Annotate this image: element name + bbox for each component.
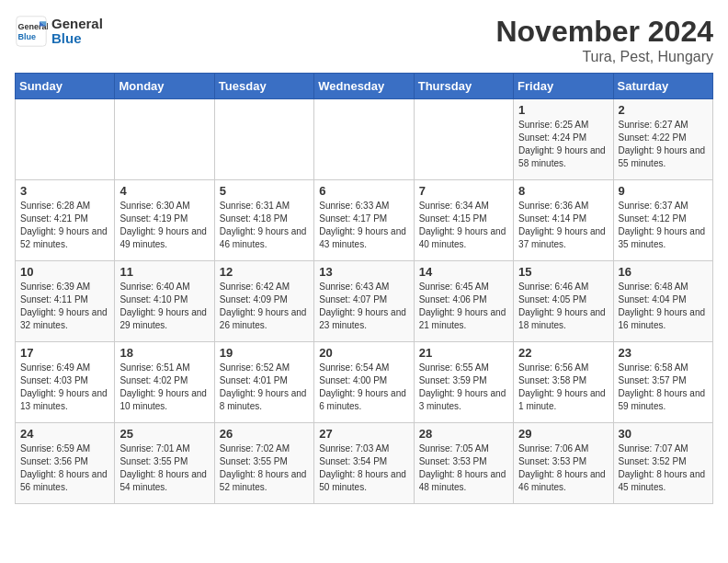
day-info: Sunrise: 6:33 AM Sunset: 4:17 PM Dayligh… — [319, 200, 408, 251]
day-info: Sunrise: 6:31 AM Sunset: 4:18 PM Dayligh… — [220, 200, 309, 251]
logo-blue: Blue — [51, 31, 103, 47]
day-info: Sunrise: 6:46 AM Sunset: 4:05 PM Dayligh… — [518, 281, 608, 332]
day-info: Sunrise: 6:40 AM Sunset: 4:10 PM Dayligh… — [119, 281, 209, 332]
day-info: Sunrise: 6:51 AM Sunset: 4:02 PM Dayligh… — [119, 362, 209, 413]
day-number: 19 — [220, 346, 309, 360]
day-header-monday: Monday — [115, 74, 214, 99]
days-of-week-row: SundayMondayTuesdayWednesdayThursdayFrid… — [16, 74, 713, 99]
day-info: Sunrise: 7:06 AM Sunset: 3:53 PM Dayligh… — [518, 442, 608, 494]
logo-general: General — [51, 17, 103, 32]
calendar-cell: 23Sunrise: 6:58 AM Sunset: 3:57 PM Dayli… — [613, 342, 712, 423]
day-info: Sunrise: 7:02 AM Sunset: 3:55 PM Dayligh… — [220, 442, 309, 494]
day-info: Sunrise: 6:52 AM Sunset: 4:01 PM Dayligh… — [220, 362, 309, 413]
calendar-cell: 16Sunrise: 6:48 AM Sunset: 4:04 PM Dayli… — [613, 261, 712, 342]
logo: General Blue General Blue — [15, 15, 103, 48]
calendar-cell: 27Sunrise: 7:03 AM Sunset: 3:54 PM Dayli… — [314, 423, 414, 504]
day-number: 5 — [220, 184, 309, 198]
calendar-cell — [314, 99, 414, 180]
day-header-friday: Friday — [514, 74, 613, 99]
calendar-cell: 5Sunrise: 6:31 AM Sunset: 4:18 PM Daylig… — [214, 180, 313, 261]
week-row-1: 1Sunrise: 6:25 AM Sunset: 4:24 PM Daylig… — [16, 99, 713, 180]
day-info: Sunrise: 6:58 AM Sunset: 3:57 PM Dayligh… — [619, 362, 708, 413]
calendar-cell: 10Sunrise: 6:39 AM Sunset: 4:11 PM Dayli… — [16, 261, 115, 342]
week-row-3: 10Sunrise: 6:39 AM Sunset: 4:11 PM Dayli… — [16, 261, 713, 342]
calendar-cell: 30Sunrise: 7:07 AM Sunset: 3:52 PM Dayli… — [613, 423, 712, 504]
day-number: 14 — [419, 265, 508, 279]
calendar-cell: 18Sunrise: 6:51 AM Sunset: 4:02 PM Dayli… — [115, 342, 214, 423]
week-row-4: 17Sunrise: 6:49 AM Sunset: 4:03 PM Dayli… — [16, 342, 713, 423]
day-info: Sunrise: 6:37 AM Sunset: 4:12 PM Dayligh… — [619, 200, 708, 251]
day-number: 2 — [619, 103, 708, 117]
day-header-tuesday: Tuesday — [214, 74, 313, 99]
calendar-cell: 26Sunrise: 7:02 AM Sunset: 3:55 PM Dayli… — [214, 423, 313, 504]
day-info: Sunrise: 7:07 AM Sunset: 3:52 PM Dayligh… — [619, 442, 708, 494]
day-info: Sunrise: 6:36 AM Sunset: 4:14 PM Dayligh… — [518, 200, 608, 251]
day-info: Sunrise: 6:59 AM Sunset: 3:56 PM Dayligh… — [20, 442, 109, 494]
calendar-cell: 7Sunrise: 6:34 AM Sunset: 4:15 PM Daylig… — [414, 180, 513, 261]
day-number: 11 — [119, 265, 209, 279]
calendar-cell: 6Sunrise: 6:33 AM Sunset: 4:17 PM Daylig… — [314, 180, 414, 261]
day-number: 6 — [319, 184, 408, 198]
page-header: General Blue General Blue November 2024 … — [15, 15, 713, 65]
day-info: Sunrise: 6:54 AM Sunset: 4:00 PM Dayligh… — [319, 362, 408, 413]
day-number: 23 — [619, 346, 708, 360]
day-info: Sunrise: 6:39 AM Sunset: 4:11 PM Dayligh… — [20, 281, 109, 332]
logo-icon: General Blue — [15, 15, 48, 48]
calendar-cell: 29Sunrise: 7:06 AM Sunset: 3:53 PM Dayli… — [514, 423, 613, 504]
day-header-sunday: Sunday — [16, 74, 115, 99]
day-number: 22 — [518, 346, 608, 360]
calendar-cell: 20Sunrise: 6:54 AM Sunset: 4:00 PM Dayli… — [314, 342, 414, 423]
day-info: Sunrise: 6:43 AM Sunset: 4:07 PM Dayligh… — [319, 281, 408, 332]
svg-text:Blue: Blue — [18, 32, 37, 41]
calendar-table: SundayMondayTuesdayWednesdayThursdayFrid… — [15, 73, 713, 504]
day-info: Sunrise: 6:49 AM Sunset: 4:03 PM Dayligh… — [20, 362, 109, 413]
calendar-cell: 3Sunrise: 6:28 AM Sunset: 4:21 PM Daylig… — [16, 180, 115, 261]
day-number: 21 — [419, 346, 508, 360]
calendar-cell: 8Sunrise: 6:36 AM Sunset: 4:14 PM Daylig… — [514, 180, 613, 261]
day-info: Sunrise: 7:03 AM Sunset: 3:54 PM Dayligh… — [319, 442, 408, 494]
day-number: 27 — [319, 427, 408, 441]
day-info: Sunrise: 6:34 AM Sunset: 4:15 PM Dayligh… — [419, 200, 508, 251]
calendar-header: SundayMondayTuesdayWednesdayThursdayFrid… — [16, 74, 713, 99]
day-info: Sunrise: 6:56 AM Sunset: 3:58 PM Dayligh… — [518, 362, 608, 413]
calendar-cell: 21Sunrise: 6:55 AM Sunset: 3:59 PM Dayli… — [414, 342, 513, 423]
day-number: 29 — [518, 427, 608, 441]
day-number: 13 — [319, 265, 408, 279]
day-info: Sunrise: 6:30 AM Sunset: 4:19 PM Dayligh… — [119, 200, 209, 251]
day-number: 30 — [619, 427, 708, 441]
day-number: 15 — [518, 265, 608, 279]
calendar-cell: 12Sunrise: 6:42 AM Sunset: 4:09 PM Dayli… — [214, 261, 313, 342]
day-number: 4 — [119, 184, 209, 198]
day-number: 7 — [419, 184, 508, 198]
day-number: 3 — [20, 184, 109, 198]
day-info: Sunrise: 7:05 AM Sunset: 3:53 PM Dayligh… — [419, 442, 508, 494]
calendar-cell: 24Sunrise: 6:59 AM Sunset: 3:56 PM Dayli… — [16, 423, 115, 504]
day-number: 10 — [20, 265, 109, 279]
calendar-body: 1Sunrise: 6:25 AM Sunset: 4:24 PM Daylig… — [16, 99, 713, 504]
day-number: 12 — [220, 265, 309, 279]
logo-text-block: General Blue — [51, 17, 103, 47]
calendar-cell: 28Sunrise: 7:05 AM Sunset: 3:53 PM Dayli… — [414, 423, 513, 504]
calendar-cell: 22Sunrise: 6:56 AM Sunset: 3:58 PM Dayli… — [514, 342, 613, 423]
day-info: Sunrise: 6:55 AM Sunset: 3:59 PM Dayligh… — [419, 362, 508, 413]
calendar-cell: 19Sunrise: 6:52 AM Sunset: 4:01 PM Dayli… — [214, 342, 313, 423]
calendar-cell: 13Sunrise: 6:43 AM Sunset: 4:07 PM Dayli… — [314, 261, 414, 342]
day-info: Sunrise: 6:45 AM Sunset: 4:06 PM Dayligh… — [419, 281, 508, 332]
day-number: 24 — [20, 427, 109, 441]
day-info: Sunrise: 6:28 AM Sunset: 4:21 PM Dayligh… — [20, 200, 109, 251]
calendar-cell — [16, 99, 115, 180]
location: Tura, Pest, Hungary — [495, 49, 713, 65]
day-number: 17 — [20, 346, 109, 360]
title-block: November 2024 Tura, Pest, Hungary — [495, 15, 713, 65]
day-number: 25 — [119, 427, 209, 441]
day-info: Sunrise: 7:01 AM Sunset: 3:55 PM Dayligh… — [119, 442, 209, 494]
day-number: 20 — [319, 346, 408, 360]
day-number: 9 — [619, 184, 708, 198]
calendar-cell: 4Sunrise: 6:30 AM Sunset: 4:19 PM Daylig… — [115, 180, 214, 261]
calendar-cell: 14Sunrise: 6:45 AM Sunset: 4:06 PM Dayli… — [414, 261, 513, 342]
calendar-cell: 1Sunrise: 6:25 AM Sunset: 4:24 PM Daylig… — [514, 99, 613, 180]
day-number: 16 — [619, 265, 708, 279]
day-info: Sunrise: 6:42 AM Sunset: 4:09 PM Dayligh… — [220, 281, 309, 332]
day-header-wednesday: Wednesday — [314, 74, 414, 99]
day-number: 1 — [518, 103, 608, 117]
